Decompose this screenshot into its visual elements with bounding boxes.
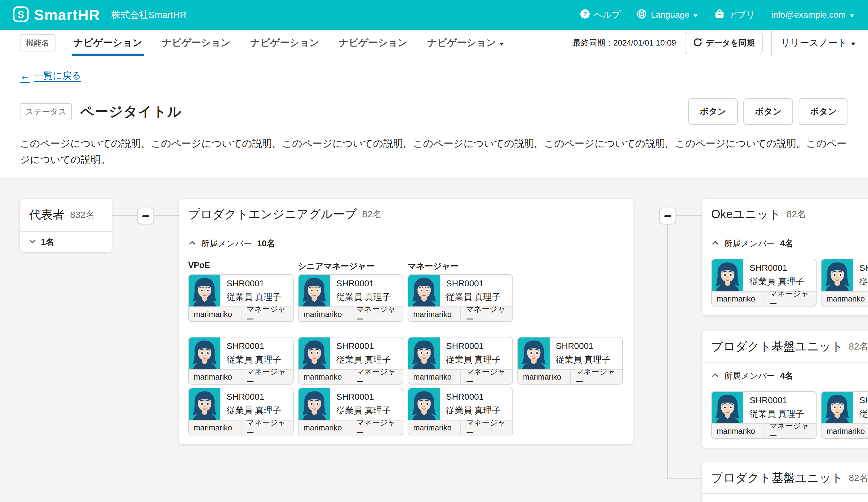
nav-tab-5[interactable]: ナビゲーション <box>427 30 504 56</box>
nav-tab-4[interactable]: ナビゲーション <box>339 30 407 56</box>
page-action-buttons: ボタン ボタン ボタン <box>688 98 848 125</box>
employee-card[interactable]: SHR0001 従業員 真理子 marimariko マネージャー <box>188 337 293 385</box>
nav-tab-5-label: ナビゲーション <box>427 36 496 49</box>
member-row: SHR0001 従業員 真理子 marimariko マネージャー <box>711 391 868 439</box>
smarthr-logo[interactable]: S SmartHR <box>12 6 100 24</box>
caret-down-icon <box>693 10 698 20</box>
employee-code: SHR0001 <box>556 341 610 351</box>
employee-card[interactable]: SHR0001 従業員 真理子 marimariko マネージャー <box>188 274 293 322</box>
employee-code: SHR0001 <box>446 392 501 402</box>
employee-card[interactable]: SHR0001 従業員 真理子 marimariko マネージャー <box>711 259 817 306</box>
account-menu[interactable]: info@example.com <box>771 10 854 20</box>
employee-card-top: SHR0001 従業員 真理子 <box>408 388 513 420</box>
employee-username: marimariko <box>408 307 461 321</box>
employee-name: 従業員 真理子 <box>446 291 501 303</box>
employee-code: SHR0001 <box>859 263 868 273</box>
employee-card-top: SHR0001 従業員 真理子 <box>518 337 622 369</box>
employee-role: マネージャー <box>764 424 816 438</box>
employee-card-footer: marimariko マネージャー <box>189 306 293 321</box>
employee-username: marimariko <box>189 307 241 321</box>
employee-role: マネージャー <box>571 370 622 384</box>
employee-code: SHR0001 <box>336 341 391 351</box>
smarthr-org-chart-screen: S SmartHR 株式会社SmartHR ? ヘルプ <box>0 0 868 502</box>
org-node-unit-1: Okeユニット 82名 所属メンバー 4名 <box>702 199 868 315</box>
role-label: マネージャー <box>408 261 513 272</box>
last-sync-text: 最終同期：2024/01/01 10:09 <box>573 38 676 48</box>
employee-card-footer: marimariko マネージャー <box>189 369 293 384</box>
employee-name: 従業員 真理子 <box>859 408 868 420</box>
page-action-button-2[interactable]: ボタン <box>743 98 793 125</box>
org-node-root[interactable]: 代表者 832名 1名 <box>20 199 112 252</box>
employee-code: SHR0001 <box>750 263 804 273</box>
members-label: 所属メンバー <box>724 370 775 381</box>
chevron-up-icon <box>188 239 196 248</box>
apps-menu[interactable]: アプリ <box>714 9 755 21</box>
minus-icon <box>142 216 149 217</box>
members-collapse-toggle[interactable]: 所属メンバー 4名 <box>711 370 868 382</box>
members-count: 10名 <box>257 238 275 249</box>
connector-line <box>154 216 179 216</box>
employee-card[interactable]: SHR0001 従業員 真理子 marimariko マネージャー <box>298 337 403 385</box>
employee-card-footer: marimariko マネージャー <box>189 420 293 435</box>
role-label: シニアマネージャー <box>298 261 403 272</box>
avatar <box>408 388 440 420</box>
employee-card[interactable]: SHR0001 従業員 真理子 marimariko マネージャー <box>408 388 513 435</box>
employee-card[interactable]: SHR0001 従業員 真理子 marimariko マネージャー <box>711 391 817 439</box>
org-node-title: プロダクト基盤ユニット <box>711 470 843 486</box>
employee-card[interactable]: SHR0001 従業員 真理子 marimariko マネージャー <box>517 337 623 385</box>
root-expand-toggle[interactable]: 1名 <box>20 232 112 252</box>
app-navi: 機能名 ナビゲーション ナビゲーション ナビゲーション ナビゲーション ナビゲー… <box>0 30 868 56</box>
employee-card-footer: marimariko マネージャー <box>822 291 868 306</box>
employee-role: マネージャー <box>241 370 293 384</box>
employee-card-top: SHR0001 従業員 真理子 <box>822 392 868 423</box>
page-action-button-1[interactable]: ボタン <box>688 98 738 125</box>
employee-username: marimariko <box>822 424 868 438</box>
company-name: 株式会社SmartHR <box>111 9 186 21</box>
help-menu[interactable]: ? ヘルプ <box>580 9 620 21</box>
connector-line <box>145 224 145 502</box>
employee-card[interactable]: SHR0001 従業員 真理子 marimariko マネージャー <box>298 388 403 435</box>
employee-code: SHR0001 <box>227 392 281 402</box>
back-to-list-link[interactable]: ← 一覧に戻る <box>20 70 81 82</box>
sync-data-label: データを同期 <box>706 38 755 48</box>
page-action-button-3[interactable]: ボタン <box>798 98 848 125</box>
employee-card[interactable]: SHR0001 従業員 真理子 marimariko マネージャー <box>821 259 868 306</box>
employee-card[interactable]: SHR0001 従業員 真理子 marimariko マネージャー <box>821 391 868 439</box>
employee-card-footer: marimariko マネージャー <box>408 306 513 321</box>
sync-data-button[interactable]: データを同期 <box>685 32 763 54</box>
apps-label: アプリ <box>728 9 755 21</box>
employee-card-footer: marimariko マネージャー <box>299 369 403 384</box>
employee-name: 従業員 真理子 <box>750 276 804 287</box>
employee-card-footer: marimariko マネージャー <box>712 423 816 438</box>
members-collapse-toggle[interactable]: 所属メンバー 4名 <box>711 238 868 249</box>
members-collapse-toggle[interactable]: 所属メンバー 10名 <box>188 238 623 249</box>
employee-card-footer: marimariko マネージャー <box>299 420 403 435</box>
globe-icon <box>637 9 647 21</box>
employee-username: marimariko <box>408 370 461 384</box>
avatar <box>408 275 440 306</box>
employee-code: SHR0001 <box>446 341 501 351</box>
root-expand-count: 1名 <box>41 236 54 248</box>
employee-card[interactable]: SHR0001 従業員 真理子 marimariko マネージャー <box>188 388 293 435</box>
employee-card-top: SHR0001 従業員 真理子 <box>712 392 816 423</box>
employee-card[interactable]: SHR0001 従業員 真理子 marimariko マネージャー <box>408 274 513 322</box>
employee-card[interactable]: SHR0001 従業員 真理子 marimariko マネージャー <box>298 274 403 322</box>
svg-text:?: ? <box>583 11 587 17</box>
employee-card[interactable]: SHR0001 従業員 真理子 marimariko マネージャー <box>408 337 513 385</box>
release-notes-label: リリースノート <box>781 36 847 49</box>
release-notes-menu[interactable]: リリースノート <box>781 36 856 49</box>
org-node-unit-3: プロダクト基盤ユニット 82名 <box>702 462 868 502</box>
language-menu[interactable]: Language <box>637 9 698 21</box>
nav-tab-1[interactable]: ナビゲーション <box>73 30 142 56</box>
feature-name-badge[interactable]: 機能名 <box>20 34 55 51</box>
collapse-minus-button[interactable] <box>137 208 154 224</box>
avatar <box>822 392 853 423</box>
employee-name: 従業員 真理子 <box>227 291 281 303</box>
collapse-minus-button[interactable] <box>659 208 676 224</box>
avatar <box>712 392 743 423</box>
employee-code: SHR0001 <box>336 392 391 402</box>
nav-tab-2[interactable]: ナビゲーション <box>162 30 230 56</box>
employee-card-top: SHR0001 従業員 真理子 <box>299 388 403 420</box>
employee-username: marimariko <box>189 370 241 384</box>
nav-tab-3[interactable]: ナビゲーション <box>250 30 319 56</box>
